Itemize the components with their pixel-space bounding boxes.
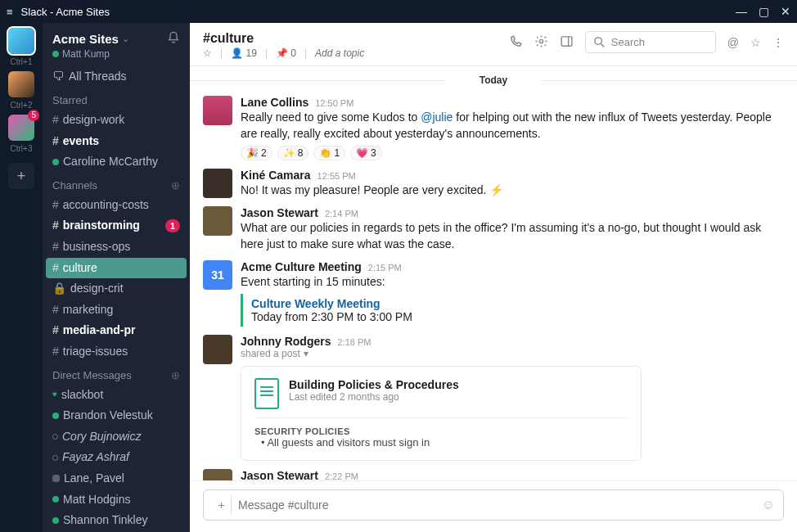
all-threads[interactable]: 🗨 All Threads: [43, 65, 190, 88]
reactions: 🎉2 ✨8 👏1 💗3: [241, 146, 784, 160]
reaction[interactable]: ✨8: [277, 146, 309, 160]
minimize-button[interactable]: —: [736, 5, 747, 18]
maximize-button[interactable]: ▢: [759, 5, 769, 18]
star-icon[interactable]: ☆: [203, 47, 212, 59]
sidebar-channel-media-pr[interactable]: #media-and-pr: [43, 320, 190, 341]
shared-label: shared a post▾: [241, 348, 784, 359]
heart-icon: ♥: [52, 389, 57, 400]
team-header[interactable]: Acme Sites ⌄ Matt Kump: [43, 23, 190, 65]
message-author[interactable]: Acme Culture Meeting: [241, 260, 362, 273]
settings-icon[interactable]: [534, 34, 548, 51]
message-author[interactable]: Jason Stewart: [241, 206, 318, 219]
message: Jason Stewart2:22 PM Thanks Johnny!: [190, 464, 797, 480]
avatar[interactable]: [203, 96, 232, 125]
attach-button[interactable]: +: [212, 495, 232, 515]
members-count[interactable]: 👤 19: [231, 47, 257, 59]
message-author[interactable]: Kiné Camara: [241, 169, 311, 182]
reaction[interactable]: 🎉2: [241, 146, 272, 160]
dm-fayaz[interactable]: Fayaz Ashraf: [43, 447, 190, 468]
reaction[interactable]: 💗3: [350, 146, 382, 160]
message-timestamp: 12:55 PM: [317, 171, 356, 181]
workspace-shortcut: Ctrl+2: [11, 101, 33, 110]
sidebar-item-events[interactable]: #events: [43, 131, 190, 152]
message-timestamp: 12:50 PM: [315, 98, 353, 108]
dm-lane-pavel[interactable]: Lane, Pavel: [43, 468, 190, 489]
message: Lane Collins12:50 PM Really need to give…: [190, 91, 797, 164]
calendar-card[interactable]: Culture Weekly Meeting Today from 2:30 P…: [241, 294, 784, 327]
composer: + ☺: [190, 480, 797, 532]
mention[interactable]: @julie: [421, 110, 453, 124]
avatar[interactable]: [203, 469, 232, 480]
workspace-badge: 5: [28, 110, 39, 121]
call-icon[interactable]: [509, 34, 523, 51]
current-user: Matt Kump: [52, 48, 180, 60]
avatar[interactable]: [203, 206, 232, 236]
section-starred: Starred: [43, 88, 190, 110]
notifications-icon[interactable]: [167, 31, 180, 47]
sidebar-channel-brainstorming[interactable]: #brainstorming1: [43, 215, 190, 237]
star-list-icon[interactable]: ☆: [750, 36, 761, 49]
post-bullet: • All guests and visitors must sign in: [254, 436, 628, 449]
unread-badge: 1: [165, 219, 180, 232]
sidebar-channel-triage[interactable]: #triage-issues: [43, 341, 190, 363]
avatar[interactable]: [203, 169, 232, 198]
sidebar-channel-business-ops[interactable]: #business-ops: [43, 237, 190, 258]
dm-brandon[interactable]: Brandon Velestuk: [43, 405, 190, 426]
add-workspace-button[interactable]: +: [8, 163, 34, 189]
message-author[interactable]: Jason Stewart: [241, 469, 318, 480]
pinned-count[interactable]: 📌 0: [276, 47, 296, 59]
search-input[interactable]: Search: [585, 31, 716, 53]
menu-icon[interactable]: ≡: [7, 6, 13, 18]
sidebar-channel-culture[interactable]: #culture: [46, 258, 187, 279]
add-channel-icon[interactable]: ⊕: [171, 179, 180, 192]
threads-icon: 🗨: [52, 70, 64, 83]
team-name: Acme Sites: [52, 32, 119, 46]
more-icon[interactable]: ⋮: [772, 36, 784, 49]
workspace-shortcut: Ctrl+3: [11, 144, 33, 153]
sidebar-item-design-work[interactable]: #design-work: [43, 110, 190, 131]
topic-placeholder[interactable]: Add a topic: [315, 47, 364, 59]
sidebar-channel-design-crit[interactable]: 🔒design-crit: [43, 278, 190, 300]
sidebar-item-caroline[interactable]: Caroline McCarthy: [43, 151, 190, 173]
post-section-heading: SECURITY POLICIES: [254, 426, 628, 436]
message-author[interactable]: Lane Collins: [241, 96, 308, 109]
mentions-icon[interactable]: @: [727, 36, 739, 49]
svg-point-0: [539, 39, 543, 43]
avatar[interactable]: [203, 335, 232, 364]
sidebar: Acme Sites ⌄ Matt Kump 🗨 All Threads Sta…: [43, 23, 190, 532]
message-input[interactable]: [238, 498, 762, 512]
close-button[interactable]: ✕: [781, 5, 790, 18]
workspace-3[interactable]: 5: [8, 115, 34, 141]
sidebar-channel-accounting[interactable]: #accounting-costs: [43, 195, 190, 216]
calendar-icon[interactable]: 31: [203, 260, 232, 290]
post-subtitle: Last edited 2 months ago: [289, 391, 459, 403]
dm-shannon[interactable]: Shannon Tinkley: [43, 510, 190, 531]
message-timestamp: 2:14 PM: [325, 209, 358, 219]
sidebar-channel-marketing[interactable]: #marketing: [43, 300, 190, 321]
message-text: Really need to give some Kudos to @julie…: [241, 109, 784, 142]
dm-slackbot[interactable]: ♥slackbot: [43, 385, 190, 406]
search-placeholder: Search: [611, 36, 645, 48]
dm-matt-hodgins[interactable]: Matt Hodgins: [43, 489, 190, 511]
workspace-shortcut: Ctrl+1: [11, 57, 33, 66]
day-divider: Today: [190, 70, 797, 91]
main-content: #culture ☆| 👤 19| 📌 0| Add a topic Searc…: [190, 23, 797, 532]
message: Jason Stewart2:14 PM What are our polici…: [190, 201, 797, 256]
window-title: Slack - Acme Sites: [21, 6, 110, 18]
document-icon: [254, 378, 279, 409]
add-dm-icon[interactable]: ⊕: [171, 369, 180, 381]
presence-indicator: [52, 51, 59, 57]
workspace-2[interactable]: [8, 71, 34, 97]
message-author[interactable]: Johnny Rodgers: [241, 335, 331, 348]
emoji-icon[interactable]: ☺: [762, 498, 775, 512]
svg-point-3: [595, 38, 602, 45]
message-list: Today Lane Collins12:50 PM Really need t…: [190, 66, 797, 480]
dm-cory[interactable]: Cory Bujnowicz: [43, 426, 190, 448]
post-attachment[interactable]: Building Policies & Procedures Last edit…: [241, 366, 642, 461]
workspace-1[interactable]: [8, 28, 34, 54]
channel-title: #culture: [203, 31, 509, 46]
details-icon[interactable]: [560, 34, 574, 51]
message-timestamp: 2:18 PM: [337, 337, 371, 347]
event-title: Culture Weekly Meeting: [251, 297, 776, 310]
reaction[interactable]: 👏1: [313, 146, 345, 160]
